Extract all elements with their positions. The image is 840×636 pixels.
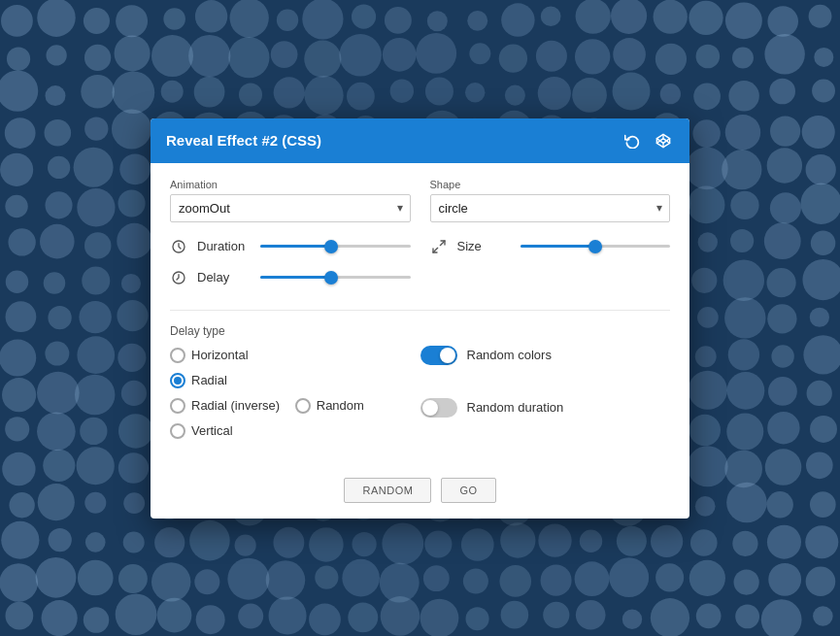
duration-icon [170, 238, 187, 255]
size-col: Size [430, 238, 671, 300]
shape-select[interactable]: circle [430, 194, 671, 222]
delay-track[interactable] [260, 276, 411, 279]
size-slider-row: Size [430, 238, 671, 255]
animation-select[interactable]: zoomOut [170, 194, 411, 222]
radio-label-radial: Radial [191, 373, 227, 387]
random-duration-toggle[interactable] [420, 398, 457, 418]
shape-select-wrapper[interactable]: circle [430, 194, 671, 222]
random-colors-label: Random colors [467, 348, 552, 362]
radio-vertical[interactable]: Vertical [170, 423, 295, 439]
header-icons [622, 130, 674, 151]
modal-body: Animation zoomOut Shape circle [151, 163, 689, 468]
duration-col: Duration Delay [170, 238, 411, 300]
delay-label: Delay [197, 270, 251, 285]
radio-label-vertical: Vertical [191, 423, 233, 438]
shape-col: Shape circle [430, 179, 671, 222]
size-track[interactable] [521, 245, 671, 248]
animation-label: Animation [170, 179, 411, 190]
radio-circle-random[interactable] [295, 398, 311, 414]
random-colors-toggle[interactable] [420, 346, 457, 365]
duration-fill [260, 245, 331, 248]
delay-icon [170, 269, 187, 286]
options-section: Delay type Horizontal Radial Radial (inv… [170, 324, 670, 449]
animation-col: Animation zoomOut [170, 179, 411, 222]
size-thumb[interactable] [588, 240, 602, 253]
duration-thumb[interactable] [324, 240, 338, 253]
random-duration-label: Random duration [467, 400, 564, 415]
duration-track[interactable] [260, 245, 411, 248]
duration-slider-row: Duration [170, 238, 411, 255]
size-icon [430, 238, 448, 255]
shape-label: Shape [430, 179, 671, 190]
radio-circle-vertical[interactable] [170, 423, 185, 439]
svg-line-6 [433, 248, 438, 252]
modal-title: Reveal Effect #2 (CSS) [166, 132, 321, 149]
size-fill [521, 245, 595, 248]
random-duration-row: Random duration [420, 398, 671, 418]
delay-slider-row: Delay [170, 269, 411, 286]
radio-horizontal[interactable]: Horizontal [170, 348, 420, 363]
random-button[interactable]: RANDOM [344, 478, 431, 503]
modal-footer: RANDOM GO [151, 468, 689, 519]
animation-select-wrapper[interactable]: zoomOut [170, 194, 411, 222]
delay-type-label: Delay type [170, 324, 420, 338]
radio-radial[interactable]: Radial [170, 373, 420, 388]
row-animation-shape: Animation zoomOut Shape circle [170, 179, 670, 222]
radio-circle-radial[interactable] [170, 373, 185, 388]
random-colors-thumb [440, 348, 455, 363]
size-label: Size [457, 239, 511, 253]
delay-fill [260, 276, 331, 279]
go-button[interactable]: GO [441, 478, 495, 503]
modal-header: Reveal Effect #2 (CSS) [151, 118, 689, 163]
radio-label-radial-inverse: Radial (inverse) [191, 398, 280, 413]
radio-circle-horizontal[interactable] [170, 348, 185, 363]
random-duration-thumb [422, 400, 438, 416]
svg-line-5 [440, 241, 445, 246]
row-sliders: Duration Delay [170, 238, 670, 300]
delay-thumb[interactable] [324, 271, 338, 285]
duration-label: Duration [197, 239, 251, 253]
delay-type-col: Delay type Horizontal Radial Radial (inv… [170, 324, 420, 449]
radio-label-random: Random [317, 398, 364, 413]
radio-random[interactable]: Random [295, 398, 420, 414]
random-colors-row: Random colors [420, 346, 671, 365]
radio-radial-inverse[interactable]: Radial (inverse) [170, 398, 295, 414]
radio-label-horizontal: Horizontal [191, 348, 249, 362]
toggles-col: Random colors Random duration [420, 324, 671, 449]
radio-circle-radial-inverse[interactable] [170, 398, 185, 414]
refresh-icon[interactable] [622, 130, 643, 151]
codepen-icon[interactable] [653, 130, 674, 151]
divider [170, 310, 670, 311]
modal-dialog: Reveal Effect #2 (CSS) [151, 118, 689, 519]
